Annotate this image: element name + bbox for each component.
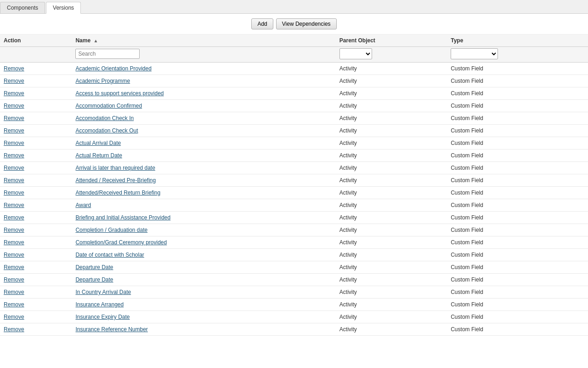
action-cell: Remove	[0, 63, 72, 75]
remove-link[interactable]: Remove	[4, 214, 24, 221]
action-cell: Remove	[0, 224, 72, 236]
name-cell: Access to support services provided	[72, 87, 335, 100]
type-cell: Custom Field	[447, 199, 588, 212]
name-cell: Insurance Reference Number	[72, 323, 335, 336]
parent-object-cell: Activity	[336, 249, 447, 261]
view-dependencies-button[interactable]: View Dependencies	[276, 18, 337, 29]
parent-object-cell: Activity	[336, 150, 447, 162]
remove-link[interactable]: Remove	[4, 78, 24, 84]
name-link[interactable]: Academic Orientation Provided	[75, 65, 151, 72]
parent-object-cell: Activity	[336, 187, 447, 199]
remove-link[interactable]: Remove	[4, 115, 24, 121]
remove-link[interactable]: Remove	[4, 140, 24, 146]
name-link[interactable]: Access to support services provided	[75, 90, 164, 97]
type-cell: Custom Field	[447, 286, 588, 299]
remove-link[interactable]: Remove	[4, 202, 24, 208]
remove-link[interactable]: Remove	[4, 103, 24, 109]
name-link[interactable]: Completion/Grad Ceremony provided	[75, 239, 167, 246]
action-cell: Remove	[0, 100, 72, 112]
filter-action-cell	[0, 47, 72, 63]
name-cell: Academic Programme	[72, 75, 335, 87]
add-button[interactable]: Add	[251, 18, 273, 29]
search-input[interactable]	[75, 49, 140, 59]
remove-link[interactable]: Remove	[4, 239, 24, 246]
remove-link[interactable]: Remove	[4, 289, 24, 295]
remove-link[interactable]: Remove	[4, 326, 24, 333]
name-link[interactable]: Departure Date	[75, 276, 113, 283]
parent-object-cell: Activity	[336, 212, 447, 224]
name-cell: Accomodation Check Out	[72, 125, 335, 137]
type-cell: Custom Field	[447, 212, 588, 224]
name-link[interactable]: Insurance Reference Number	[75, 326, 147, 333]
name-link[interactable]: Accomodation Check In	[75, 115, 134, 121]
name-link[interactable]: Award	[75, 202, 91, 208]
name-link[interactable]: In Country Arrival Date	[75, 289, 131, 295]
type-cell: Custom Field	[447, 75, 588, 87]
tabs-bar: ComponentsVersions	[0, 0, 588, 14]
remove-link[interactable]: Remove	[4, 190, 24, 196]
name-link[interactable]: Attended/Received Return Briefing	[75, 190, 160, 196]
table-body: RemoveAcademic Orientation ProvidedActiv…	[0, 63, 588, 336]
action-cell: Remove	[0, 125, 72, 137]
parent-object-cell: Activity	[336, 137, 447, 150]
parent-object-cell: Activity	[336, 236, 447, 249]
remove-link[interactable]: Remove	[4, 301, 24, 308]
type-cell: Custom Field	[447, 311, 588, 323]
tab-versions[interactable]: Versions	[46, 2, 81, 14]
remove-link[interactable]: Remove	[4, 127, 24, 134]
table-row: RemoveAccomodation Check InActivityCusto…	[0, 112, 588, 125]
name-cell: Insurance Arranged	[72, 299, 335, 311]
name-link[interactable]: Insurance Arranged	[75, 301, 124, 308]
name-link[interactable]: Actual Arrival Date	[75, 140, 121, 146]
table-row: RemoveInsurance Expiry DateActivityCusto…	[0, 311, 588, 323]
type-cell: Custom Field	[447, 112, 588, 125]
remove-link[interactable]: Remove	[4, 264, 24, 270]
name-cell: Accomodation Check In	[72, 112, 335, 125]
parent-object-cell: Activity	[336, 299, 447, 311]
action-cell: Remove	[0, 286, 72, 299]
col-name: Name ▲	[72, 34, 335, 47]
remove-link[interactable]: Remove	[4, 165, 24, 171]
remove-link[interactable]: Remove	[4, 252, 24, 258]
name-cell: Actual Arrival Date	[72, 137, 335, 150]
name-link[interactable]: Arrival is later than required date	[75, 165, 155, 171]
type-cell: Custom Field	[447, 162, 588, 174]
remove-link[interactable]: Remove	[4, 227, 24, 233]
remove-link[interactable]: Remove	[4, 276, 24, 283]
name-link[interactable]: Date of contact with Scholar	[75, 252, 144, 258]
name-link[interactable]: Completion / Graduation date	[75, 227, 147, 233]
parent-object-cell: Activity	[336, 87, 447, 100]
name-link[interactable]: Attended / Received Pre-Briefing	[75, 177, 156, 184]
action-cell: Remove	[0, 75, 72, 87]
type-cell: Custom Field	[447, 249, 588, 261]
type-cell: Custom Field	[447, 87, 588, 100]
name-cell: Attended/Received Return Briefing	[72, 187, 335, 199]
parent-object-filter-select[interactable]: Activity	[339, 48, 372, 59]
remove-link[interactable]: Remove	[4, 314, 24, 320]
type-cell: Custom Field	[447, 274, 588, 286]
action-cell: Remove	[0, 174, 72, 187]
filter-row: Activity Custom Field	[0, 47, 588, 63]
parent-object-cell: Activity	[336, 75, 447, 87]
name-link[interactable]: Actual Return Date	[75, 152, 122, 159]
name-link[interactable]: Insurance Expiry Date	[75, 314, 130, 320]
name-cell: Insurance Expiry Date	[72, 311, 335, 323]
components-table: Action Name ▲ Parent Object Type Activit…	[0, 34, 588, 336]
action-cell: Remove	[0, 112, 72, 125]
parent-object-cell: Activity	[336, 162, 447, 174]
name-link[interactable]: Accomodation Check Out	[75, 127, 138, 134]
table-row: RemoveAttended/Received Return BriefingA…	[0, 187, 588, 199]
name-link[interactable]: Academic Programme	[75, 78, 130, 84]
remove-link[interactable]: Remove	[4, 65, 24, 72]
table-row: RemoveArrival is later than required dat…	[0, 162, 588, 174]
remove-link[interactable]: Remove	[4, 90, 24, 97]
remove-link[interactable]: Remove	[4, 177, 24, 184]
name-link[interactable]: Accommodation Confirmed	[75, 103, 142, 109]
type-filter-select[interactable]: Custom Field	[451, 48, 498, 59]
table-row: RemoveAwardActivityCustom Field	[0, 199, 588, 212]
name-link[interactable]: Departure Date	[75, 264, 113, 270]
tab-components[interactable]: Components	[0, 2, 45, 13]
remove-link[interactable]: Remove	[4, 152, 24, 159]
name-cell: Award	[72, 199, 335, 212]
name-link[interactable]: Briefing and Initial Assistance Provided	[75, 214, 170, 221]
